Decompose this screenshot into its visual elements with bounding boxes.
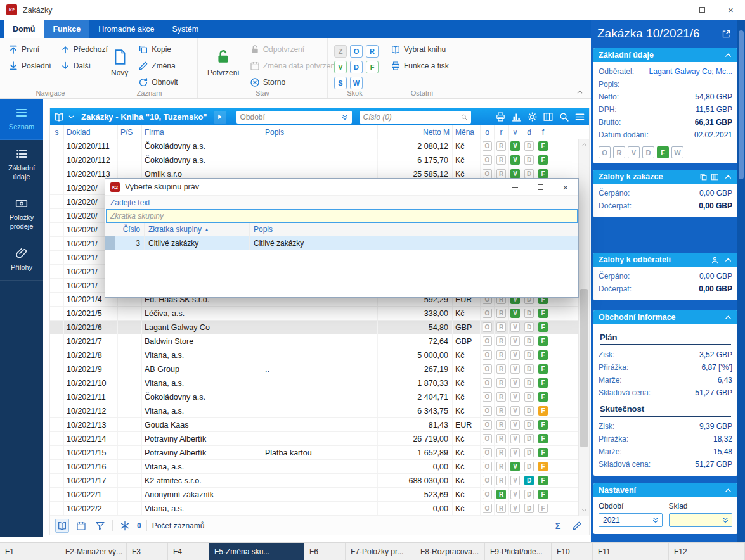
change-confirm-date-button[interactable]: Změna data potvrzení: [247, 60, 340, 72]
search-settings-icon[interactable]: [559, 111, 569, 122]
table-row[interactable]: 10/2021/13Gouda Kaas81,43EURORVDF: [50, 418, 578, 432]
table-row[interactable]: 10/2020/111Čokoládovny a.s.2 080,12KčORV…: [50, 139, 578, 153]
column-header-popis[interactable]: Popis: [262, 125, 378, 139]
dialog-row[interactable]: 3 Citlivé zakázky Citlivé zakázky: [105, 236, 578, 250]
cancel-storno-button[interactable]: Storno: [247, 76, 340, 89]
statusbar-f11[interactable]: F11: [593, 543, 669, 560]
statusbar-f2-manazer-vy[interactable]: F2-Manažer vý...: [60, 543, 127, 560]
column-header-netto-m[interactable]: Netto M: [378, 125, 453, 139]
document-icon[interactable]: [711, 173, 719, 181]
section-header-zalohy-odberateli[interactable]: Zálohy k odběrateli: [593, 253, 737, 267]
tab-funkce[interactable]: Funkce: [44, 20, 89, 38]
calendar-button[interactable]: [74, 519, 88, 533]
sidebar-item-zakladni-udaje[interactable]: Základní údaje: [0, 140, 43, 190]
statusbar-f6[interactable]: F6: [304, 543, 346, 560]
table-row[interactable]: 10/2021/12Vitana, a.s.6 343,75KčORVDF: [50, 404, 578, 418]
column-header-r[interactable]: r: [495, 125, 509, 139]
statusbar-f12[interactable]: F12: [669, 543, 745, 560]
table-row[interactable]: 10/2021/9AB Group..267,19KčORVDF: [50, 362, 578, 376]
skok-o-button[interactable]: O: [350, 45, 363, 58]
column-header-doklad[interactable]: Doklad: [64, 125, 118, 139]
column-header-f[interactable]: f: [536, 125, 550, 139]
column-header-v[interactable]: v: [509, 125, 522, 139]
section-header-obchodni-informace[interactable]: Obchodní informace: [593, 310, 737, 324]
menu-icon[interactable]: [574, 111, 585, 122]
statusbar-f8-rozpracova[interactable]: F8-Rozpracova...: [415, 543, 485, 560]
table-row[interactable]: 10/2021/14Potraviny Albertík26 719,00KčO…: [50, 432, 578, 446]
dialog-close-button[interactable]: ×: [553, 179, 578, 196]
open-detail-icon[interactable]: [722, 29, 731, 39]
skok-w-button[interactable]: W: [350, 77, 363, 89]
table-row[interactable]: 10/2021/5Léčiva, a.s.338,00KčORVDF: [50, 307, 578, 321]
column-header-cislo[interactable]: Číslo: [115, 223, 145, 236]
refresh-button[interactable]: Obnovit: [135, 76, 181, 89]
section-header-nastaveni[interactable]: Nastavení: [593, 483, 737, 497]
column-header-mena[interactable]: Měna: [453, 125, 481, 139]
first-button[interactable]: První: [5, 43, 55, 56]
column-header-s[interactable]: s: [50, 125, 64, 139]
table-row[interactable]: 10/2022/1Anonymní zákazník523,69KčORVDF: [50, 488, 578, 502]
confirm-button[interactable]: Potvrzení: [203, 42, 244, 84]
warehouse-select[interactable]: [669, 513, 733, 527]
person-icon[interactable]: [711, 256, 719, 264]
scroll-down-arrow[interactable]: [579, 505, 589, 516]
scrollbar-thumb[interactable]: [580, 289, 588, 447]
functions-print-button[interactable]: Funkce a tisk: [387, 60, 457, 72]
table-row[interactable]: 10/2021/15Potraviny AlbertíkPlatba karto…: [50, 446, 578, 460]
skok-f-button[interactable]: F: [366, 61, 379, 73]
maximize-button[interactable]: [688, 0, 716, 20]
column-header-firma[interactable]: Firma: [142, 125, 262, 139]
column-header-popis[interactable]: Popis: [250, 223, 578, 236]
gear-icon[interactable]: [527, 111, 538, 122]
copy-icon[interactable]: [699, 173, 708, 181]
chevron-down-icon[interactable]: [68, 113, 75, 120]
column-header-p-s[interactable]: P/S: [118, 125, 142, 139]
table-row[interactable]: 10/2021/10Vitana, a.s.1 870,33KčORVDF: [50, 376, 578, 390]
table-row[interactable]: 10/2021/7Baldwin Store72,64GBPORVDF: [50, 334, 578, 348]
panel-scrollbar[interactable]: [737, 20, 745, 542]
copy-button[interactable]: Kopie: [135, 43, 181, 56]
filter-button[interactable]: [93, 519, 107, 533]
column-header-zkratka[interactable]: Zkratka skupiny▲: [145, 223, 250, 236]
conditions-button[interactable]: [118, 519, 132, 533]
statusbar-f1[interactable]: F1: [0, 543, 60, 560]
tab-domu[interactable]: Domů: [4, 20, 44, 38]
select-book-button[interactable]: Vybrat knihu: [387, 43, 457, 56]
close-button[interactable]: ×: [716, 0, 745, 20]
next-book-button[interactable]: [214, 111, 226, 124]
statusbar-f3[interactable]: F3: [127, 543, 168, 560]
ribbon-collapse-button[interactable]: [576, 89, 583, 96]
period-select[interactable]: 2021: [599, 513, 663, 527]
statusbar-f7-polozky-pr[interactable]: F7-Položky pr...: [346, 543, 415, 560]
skok-s-button[interactable]: S: [334, 77, 347, 89]
sum-button[interactable]: Σ: [551, 519, 565, 533]
dialog-maximize-button[interactable]: [528, 179, 553, 196]
statusbar-f9-pridat-ode[interactable]: F9-Přidat/ode...: [485, 543, 552, 560]
change-button[interactable]: Změna: [135, 60, 181, 72]
column-header-d[interactable]: d: [522, 125, 536, 139]
field-value[interactable]: Lagant Galway Co; Mc...: [649, 67, 732, 76]
group-filter-input[interactable]: [106, 209, 578, 223]
columns-icon[interactable]: [543, 111, 554, 122]
print-icon[interactable]: [495, 111, 506, 122]
number-search-input[interactable]: Číslo (0): [360, 111, 471, 124]
table-row[interactable]: 10/2021/11Čokoládovny a.s.2 404,71KčORVD…: [50, 390, 578, 404]
skok-d-button[interactable]: D: [350, 61, 363, 73]
section-header-zalohy-zakazce[interactable]: Zálohy k zakázce: [593, 170, 737, 184]
skok-r-button[interactable]: R: [366, 45, 379, 58]
edit-button[interactable]: [570, 519, 584, 533]
unconfirm-button[interactable]: Odpotvrzení: [247, 43, 340, 56]
table-row[interactable]: 10/2020/112Čokoládovny a.s.6 175,70KčORV…: [50, 153, 578, 167]
statusbar-f4[interactable]: F4: [168, 543, 209, 560]
table-row[interactable]: 10/2021/8Vitana, a.s.5 000,00KčORVDF: [50, 348, 578, 362]
table-row[interactable]: 10/2021/6Lagant Galway Co54,80GBPORVDF: [50, 321, 578, 334]
statusbar-f10[interactable]: F10: [552, 543, 593, 560]
vertical-scrollbar[interactable]: [578, 139, 589, 516]
sidebar-item-prilohy[interactable]: Přílohy: [0, 239, 43, 281]
new-button[interactable]: Nový: [107, 42, 133, 84]
minimize-button[interactable]: [659, 0, 688, 20]
skok-v-button[interactable]: V: [334, 61, 347, 73]
panel-scrollbar-thumb[interactable]: [739, 30, 744, 179]
table-row[interactable]: 10/2021/17K2 atmitec s.r.o.688 030,00KčO…: [50, 474, 578, 488]
chart-icon[interactable]: [511, 111, 522, 122]
